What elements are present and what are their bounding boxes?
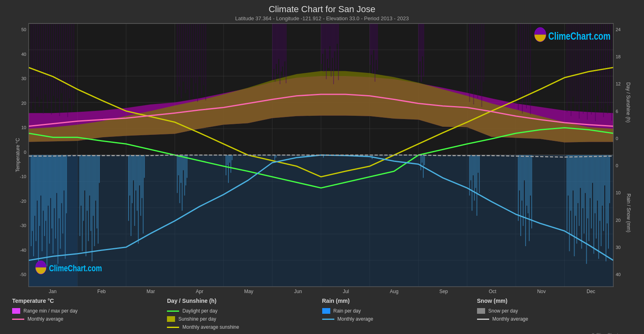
svg-rect-105 (424, 155, 425, 165)
svg-rect-80 (141, 155, 142, 198)
svg-rect-90 (186, 155, 186, 185)
legend-label-rain: Rain per day (334, 308, 361, 314)
svg-rect-146 (590, 155, 591, 198)
svg-rect-248 (484, 23, 484, 82)
snow-avg-line (477, 319, 489, 320)
svg-rect-194 (372, 23, 373, 73)
svg-rect-120 (524, 155, 525, 181)
svg-rect-236 (197, 23, 198, 102)
svg-rect-231 (187, 23, 188, 89)
svg-rect-138 (580, 155, 581, 188)
svg-rect-37 (49, 155, 50, 244)
svg-rect-207 (37, 23, 38, 97)
svg-rect-170 (279, 23, 279, 59)
svg-rect-50 (65, 155, 65, 259)
svg-rect-243 (473, 23, 474, 104)
svg-rect-185 (331, 23, 332, 77)
svg-rect-184 (329, 23, 330, 46)
svg-rect-126 (531, 155, 532, 228)
svg-rect-125 (530, 155, 531, 196)
svg-rect-130 (570, 155, 571, 211)
svg-rect-82 (144, 155, 145, 178)
temp-avg-line (12, 319, 24, 320)
svg-rect-245 (477, 23, 478, 98)
svg-rect-98 (274, 155, 275, 160)
svg-rect-227 (179, 23, 180, 87)
svg-rect-211 (45, 23, 46, 94)
svg-rect-208 (39, 23, 40, 107)
svg-rect-127 (567, 155, 568, 231)
svg-rect-109 (473, 155, 474, 175)
svg-rect-43 (56, 155, 57, 193)
x-label-may: May (244, 289, 253, 294)
legend-item-snow-avg: Monthly average (477, 316, 632, 322)
legend-label-daylight: Daylight per day (182, 308, 217, 314)
rain-swatch (322, 308, 330, 314)
svg-rect-33 (44, 155, 45, 236)
svg-rect-34 (45, 155, 46, 221)
copyright-text: © ClimeChart.com (591, 332, 628, 334)
svg-rect-110 (474, 155, 475, 201)
legend-title-sunshine: Day / Sunshine (h) (167, 298, 322, 304)
svg-rect-135 (576, 155, 577, 244)
svg-rect-153 (598, 155, 599, 259)
svg-rect-210 (43, 23, 44, 114)
svg-rect-228 (181, 23, 182, 98)
y-axis-right: Day / Sunshine (h) Rain / Snow (mm) 24 1… (614, 23, 636, 287)
svg-rect-176 (286, 23, 287, 83)
svg-rect-149 (593, 155, 594, 254)
svg-rect-239 (203, 23, 204, 85)
svg-rect-137 (579, 155, 580, 226)
sunshine-swatch (167, 316, 175, 322)
legend-label-sunshine-avg: Monthly average sunshine (182, 324, 239, 330)
svg-rect-187 (333, 23, 334, 84)
svg-rect-150 (595, 155, 595, 213)
chart-area: Temperature °C 50 40 30 20 10 0 -10 -20 … (8, 23, 636, 287)
svg-rect-47 (61, 155, 62, 203)
svg-rect-155 (601, 155, 602, 246)
svg-rect-216 (55, 23, 56, 111)
legend-item-rain-avg: Monthly average (322, 316, 477, 322)
legend-col-snow: Snow (mm) Snow per day Monthly average ©… (477, 298, 632, 330)
y-axis-left-label: Temperature °C (15, 138, 21, 172)
svg-rect-129 (569, 155, 570, 251)
svg-rect-112 (477, 155, 477, 216)
svg-rect-175 (285, 23, 285, 62)
legend-item-sunshine-avg: Monthly average sunshine (167, 324, 322, 330)
svg-rect-159 (606, 155, 606, 262)
svg-rect-154 (600, 155, 600, 221)
svg-rect-201 (421, 23, 422, 82)
svg-rect-132 (573, 155, 574, 191)
svg-rect-79 (140, 155, 141, 216)
svg-rect-29 (39, 155, 40, 226)
svg-rect-52 (80, 155, 80, 236)
svg-rect-72 (132, 155, 133, 203)
x-label-dec: Dec (587, 289, 595, 294)
svg-rect-188 (334, 23, 335, 51)
legend-label-snow-avg: Monthly average (492, 316, 528, 322)
svg-rect-198 (377, 23, 378, 70)
svg-rect-25 (34, 155, 35, 216)
legend-item-sunshine: Sunshine per day (167, 316, 322, 322)
svg-rect-240 (205, 23, 206, 100)
svg-rect-235 (195, 23, 196, 83)
svg-rect-119 (523, 155, 524, 226)
svg-rect-49 (63, 155, 64, 191)
svg-rect-145 (589, 155, 589, 241)
svg-rect-65 (95, 155, 96, 201)
svg-rect-77 (138, 155, 139, 244)
legend-title-rain: Rain (mm) (322, 298, 477, 304)
svg-rect-177 (321, 23, 322, 64)
legend-item-temp-range: Range min / max per day (12, 308, 167, 314)
svg-rect-241 (469, 23, 470, 102)
svg-rect-45 (59, 155, 59, 218)
svg-rect-251 (522, 23, 523, 114)
y-axis-left: Temperature °C 50 40 30 20 10 0 -10 -20 … (8, 23, 28, 287)
legend-label-sunshine: Sunshine per day (178, 316, 216, 322)
svg-rect-230 (185, 23, 186, 94)
svg-rect-63 (93, 155, 94, 216)
svg-rect-254 (528, 23, 529, 102)
daylight-line (167, 311, 179, 312)
svg-rect-53 (81, 155, 82, 206)
svg-rect-111 (475, 155, 476, 188)
